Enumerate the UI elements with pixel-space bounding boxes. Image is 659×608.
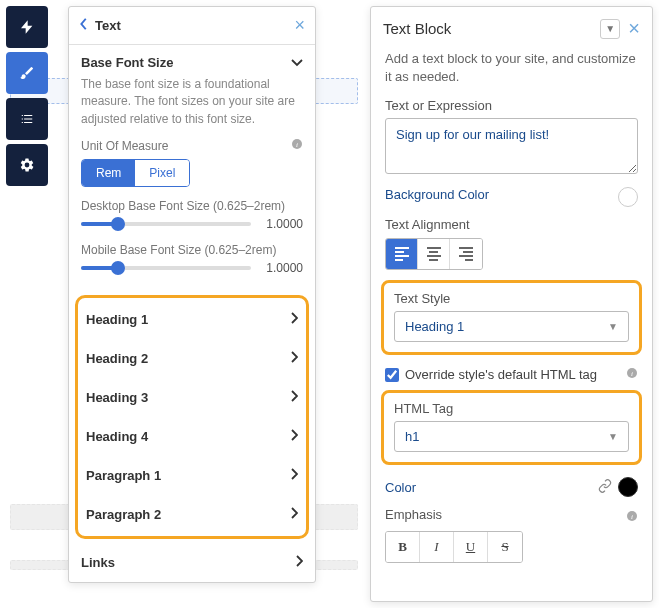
brush-tool-button[interactable] — [6, 52, 48, 94]
style-paragraph-1[interactable]: Paragraph 1 — [78, 456, 306, 495]
unit-pixel-button[interactable]: Pixel — [135, 160, 189, 186]
close-text-block-button[interactable]: × — [628, 17, 640, 40]
close-panel-button[interactable]: × — [294, 15, 305, 36]
left-toolbar — [6, 6, 48, 186]
svg-text:i: i — [631, 512, 633, 520]
chevron-right-icon — [295, 555, 303, 570]
bolt-icon — [19, 18, 35, 36]
chevron-left-icon — [79, 17, 89, 31]
chevron-right-icon — [290, 468, 298, 483]
dropdown-icon: ▼ — [608, 321, 618, 332]
background-color-swatch[interactable] — [618, 187, 638, 207]
text-block-panel: Text Block ▼ × Add a text block to your … — [370, 6, 653, 602]
unit-of-measure-label: Unit Of Measure — [81, 139, 168, 153]
color-swatch[interactable] — [618, 477, 638, 497]
desktop-slider-label: Desktop Base Font Size (0.625–2rem) — [81, 199, 303, 213]
base-font-size-description: The base font size is a foundational mea… — [81, 76, 303, 128]
desktop-slider-thumb[interactable] — [111, 217, 125, 231]
align-center-button[interactable] — [418, 239, 450, 269]
align-left-button[interactable] — [386, 239, 418, 269]
dropdown-icon: ▼ — [608, 431, 618, 442]
text-block-title: Text Block — [383, 20, 600, 37]
bolt-tool-button[interactable] — [6, 6, 48, 48]
html-tag-highlight: HTML Tag h1 ▼ — [381, 390, 642, 465]
svg-text:i: i — [296, 141, 298, 149]
mobile-slider-label: Mobile Base Font Size (0.625–2rem) — [81, 243, 303, 257]
underline-button[interactable]: U — [454, 532, 488, 562]
html-tag-label: HTML Tag — [394, 401, 453, 416]
links-row[interactable]: Links — [69, 543, 315, 582]
panel-title: Text — [95, 18, 294, 33]
info-icon[interactable]: i — [291, 138, 303, 153]
chevron-right-icon — [290, 312, 298, 327]
override-html-tag-label[interactable]: Override style's default HTML tag — [405, 367, 620, 382]
color-label: Color — [385, 480, 416, 495]
align-right-button[interactable] — [450, 239, 482, 269]
text-style-label: Text Style — [394, 291, 450, 306]
text-style-select[interactable]: Heading 1 ▼ — [394, 311, 629, 342]
text-expression-label: Text or Expression — [385, 98, 492, 113]
gear-icon — [19, 157, 35, 173]
text-panel: Text × Base Font Size The base font size… — [68, 6, 316, 583]
settings-tool-button[interactable] — [6, 144, 48, 186]
style-heading-3[interactable]: Heading 3 — [78, 378, 306, 417]
html-tag-select[interactable]: h1 ▼ — [394, 421, 629, 452]
text-style-highlight: Text Style Heading 1 ▼ — [381, 280, 642, 355]
mobile-slider-thumb[interactable] — [111, 261, 125, 275]
alignment-group — [385, 238, 483, 270]
mobile-slider-value: 1.0000 — [259, 261, 303, 275]
svg-text:i: i — [631, 370, 633, 378]
emphasis-group: B I U S — [385, 531, 523, 563]
back-button[interactable] — [79, 17, 89, 35]
unit-rem-button[interactable]: Rem — [82, 160, 135, 186]
style-heading-2[interactable]: Heading 2 — [78, 339, 306, 378]
chevron-right-icon — [290, 507, 298, 522]
text-block-description: Add a text block to your site, and custo… — [371, 50, 652, 98]
list-icon — [19, 112, 35, 126]
bold-button[interactable]: B — [386, 532, 420, 562]
emphasis-label: Emphasis — [385, 507, 442, 522]
panel-options-dropdown[interactable]: ▼ — [600, 19, 620, 39]
desktop-slider[interactable] — [81, 222, 251, 226]
info-icon[interactable]: i — [626, 367, 638, 382]
base-font-size-header[interactable]: Base Font Size — [81, 55, 303, 70]
unit-toggle: Rem Pixel — [81, 159, 190, 187]
chevron-right-icon — [290, 351, 298, 366]
chevron-down-icon — [291, 55, 303, 70]
mobile-slider[interactable] — [81, 266, 251, 270]
brush-icon — [19, 65, 35, 81]
chevron-right-icon — [290, 429, 298, 444]
desktop-slider-value: 1.0000 — [259, 217, 303, 231]
chevron-right-icon — [290, 390, 298, 405]
base-font-size-label: Base Font Size — [81, 55, 173, 70]
info-icon[interactable]: i — [626, 510, 638, 525]
override-html-tag-checkbox[interactable] — [385, 368, 399, 382]
style-heading-1[interactable]: Heading 1 — [78, 300, 306, 339]
strikethrough-button[interactable]: S — [488, 532, 522, 562]
text-style-list: Heading 1 Heading 2 Heading 3 Heading 4 … — [75, 295, 309, 539]
link-icon[interactable] — [598, 479, 612, 496]
background-color-label: Background Color — [385, 187, 489, 202]
text-expression-input[interactable] — [385, 118, 638, 174]
text-alignment-label: Text Alignment — [385, 217, 470, 232]
list-tool-button[interactable] — [6, 98, 48, 140]
style-heading-4[interactable]: Heading 4 — [78, 417, 306, 456]
italic-button[interactable]: I — [420, 532, 454, 562]
style-paragraph-2[interactable]: Paragraph 2 — [78, 495, 306, 534]
